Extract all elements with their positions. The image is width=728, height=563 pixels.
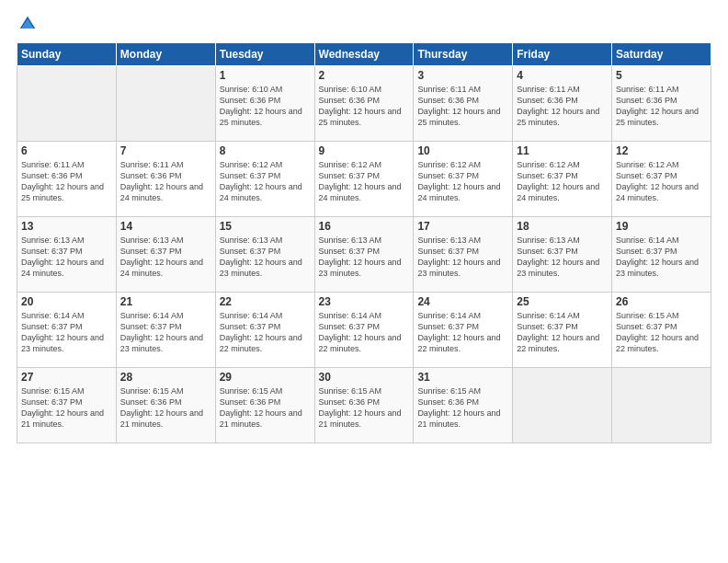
day-number: 15 <box>220 220 311 233</box>
weekday-header-tuesday: Tuesday <box>215 43 314 66</box>
cell-info: Sunrise: 6:13 AMSunset: 6:37 PMDaylight:… <box>120 235 211 280</box>
cell-info: Sunrise: 6:14 AMSunset: 6:37 PMDaylight:… <box>417 310 508 355</box>
weekday-header-thursday: Thursday <box>414 43 513 66</box>
cell-info: Sunrise: 6:15 AMSunset: 6:36 PMDaylight:… <box>417 385 508 431</box>
day-number: 30 <box>319 371 410 384</box>
cell-info: Sunrise: 6:13 AMSunset: 6:37 PMDaylight:… <box>319 235 410 280</box>
day-number: 22 <box>220 295 311 308</box>
cell-info: Sunrise: 6:12 AMSunset: 6:37 PMDaylight:… <box>417 159 508 204</box>
calendar-cell: 28Sunrise: 6:15 AMSunset: 6:36 PMDayligh… <box>116 368 215 443</box>
day-number: 18 <box>517 220 608 233</box>
calendar-cell: 18Sunrise: 6:13 AMSunset: 6:37 PMDayligh… <box>513 217 612 293</box>
calendar-cell: 27Sunrise: 6:15 AMSunset: 6:37 PMDayligh… <box>17 368 117 443</box>
cell-info: Sunrise: 6:13 AMSunset: 6:37 PMDaylight:… <box>517 235 608 280</box>
calendar-cell: 14Sunrise: 6:13 AMSunset: 6:37 PMDayligh… <box>116 217 215 293</box>
calendar-cell: 31Sunrise: 6:15 AMSunset: 6:36 PMDayligh… <box>414 368 513 443</box>
calendar-cell: 19Sunrise: 6:14 AMSunset: 6:37 PMDayligh… <box>612 217 711 293</box>
week-row-1: 1Sunrise: 6:10 AMSunset: 6:36 PMDaylight… <box>17 66 711 142</box>
day-number: 5 <box>616 69 707 82</box>
calendar-cell: 15Sunrise: 6:13 AMSunset: 6:37 PMDayligh… <box>215 217 314 293</box>
day-number: 17 <box>417 220 508 233</box>
calendar-cell <box>513 368 612 443</box>
cell-info: Sunrise: 6:12 AMSunset: 6:37 PMDaylight:… <box>220 159 311 204</box>
calendar-cell: 8Sunrise: 6:12 AMSunset: 6:37 PMDaylight… <box>215 142 314 217</box>
day-number: 1 <box>220 69 311 82</box>
calendar-table: SundayMondayTuesdayWednesdayThursdayFrid… <box>17 42 711 443</box>
calendar-body: 1Sunrise: 6:10 AMSunset: 6:36 PMDaylight… <box>17 66 711 443</box>
weekday-header-saturday: Saturday <box>612 43 711 66</box>
day-number: 23 <box>319 295 410 308</box>
calendar-cell: 2Sunrise: 6:10 AMSunset: 6:36 PMDaylight… <box>314 66 414 142</box>
day-number: 16 <box>319 220 410 233</box>
calendar-cell: 11Sunrise: 6:12 AMSunset: 6:37 PMDayligh… <box>513 142 612 217</box>
cell-info: Sunrise: 6:12 AMSunset: 6:37 PMDaylight:… <box>319 159 410 204</box>
weekday-header-wednesday: Wednesday <box>314 43 414 66</box>
calendar-cell <box>17 66 117 142</box>
cell-info: Sunrise: 6:11 AMSunset: 6:36 PMDaylight:… <box>616 84 707 129</box>
calendar-cell: 29Sunrise: 6:15 AMSunset: 6:36 PMDayligh… <box>215 368 314 443</box>
calendar-cell <box>612 368 711 443</box>
cell-info: Sunrise: 6:12 AMSunset: 6:37 PMDaylight:… <box>616 159 707 204</box>
cell-info: Sunrise: 6:13 AMSunset: 6:37 PMDaylight:… <box>21 235 112 280</box>
week-row-3: 13Sunrise: 6:13 AMSunset: 6:37 PMDayligh… <box>17 217 711 293</box>
cell-info: Sunrise: 6:15 AMSunset: 6:36 PMDaylight:… <box>220 385 311 431</box>
cell-info: Sunrise: 6:14 AMSunset: 6:37 PMDaylight:… <box>21 310 112 355</box>
day-number: 27 <box>21 371 112 384</box>
cell-info: Sunrise: 6:11 AMSunset: 6:36 PMDaylight:… <box>120 159 211 204</box>
cell-info: Sunrise: 6:13 AMSunset: 6:37 PMDaylight:… <box>220 235 311 280</box>
calendar-cell: 10Sunrise: 6:12 AMSunset: 6:37 PMDayligh… <box>414 142 513 217</box>
day-number: 20 <box>21 295 112 308</box>
page: SundayMondayTuesdayWednesdayThursdayFrid… <box>0 0 728 563</box>
calendar-cell: 9Sunrise: 6:12 AMSunset: 6:37 PMDaylight… <box>314 142 414 217</box>
cell-info: Sunrise: 6:15 AMSunset: 6:36 PMDaylight:… <box>120 385 211 431</box>
calendar-cell <box>116 66 215 142</box>
calendar-cell: 17Sunrise: 6:13 AMSunset: 6:37 PMDayligh… <box>414 217 513 293</box>
day-number: 2 <box>319 69 410 82</box>
day-number: 9 <box>319 144 410 157</box>
day-number: 6 <box>21 144 112 157</box>
cell-info: Sunrise: 6:11 AMSunset: 6:36 PMDaylight:… <box>417 84 508 129</box>
calendar-cell: 4Sunrise: 6:11 AMSunset: 6:36 PMDaylight… <box>513 66 612 142</box>
day-number: 8 <box>220 144 311 157</box>
cell-info: Sunrise: 6:14 AMSunset: 6:37 PMDaylight:… <box>319 310 410 355</box>
calendar-cell: 16Sunrise: 6:13 AMSunset: 6:37 PMDayligh… <box>314 217 414 293</box>
day-number: 25 <box>517 295 608 308</box>
cell-info: Sunrise: 6:15 AMSunset: 6:37 PMDaylight:… <box>21 385 112 431</box>
calendar-cell: 12Sunrise: 6:12 AMSunset: 6:37 PMDayligh… <box>612 142 711 217</box>
day-number: 4 <box>517 69 608 82</box>
calendar-cell: 1Sunrise: 6:10 AMSunset: 6:36 PMDaylight… <box>215 66 314 142</box>
logo-icon <box>18 15 37 33</box>
day-number: 31 <box>417 371 508 384</box>
calendar-cell: 7Sunrise: 6:11 AMSunset: 6:36 PMDaylight… <box>116 142 215 217</box>
cell-info: Sunrise: 6:14 AMSunset: 6:37 PMDaylight:… <box>220 310 311 355</box>
calendar-cell: 25Sunrise: 6:14 AMSunset: 6:37 PMDayligh… <box>513 293 612 368</box>
calendar-cell: 20Sunrise: 6:14 AMSunset: 6:37 PMDayligh… <box>17 293 117 368</box>
weekday-header-sunday: Sunday <box>17 43 117 66</box>
day-number: 28 <box>120 371 211 384</box>
day-number: 10 <box>417 144 508 157</box>
calendar-cell: 3Sunrise: 6:11 AMSunset: 6:36 PMDaylight… <box>414 66 513 142</box>
cell-info: Sunrise: 6:11 AMSunset: 6:36 PMDaylight:… <box>21 159 112 204</box>
day-number: 19 <box>616 220 707 233</box>
week-row-5: 27Sunrise: 6:15 AMSunset: 6:37 PMDayligh… <box>17 368 711 443</box>
day-number: 7 <box>120 144 211 157</box>
day-number: 24 <box>417 295 508 308</box>
cell-info: Sunrise: 6:10 AMSunset: 6:36 PMDaylight:… <box>220 84 311 129</box>
header <box>17 15 711 33</box>
cell-info: Sunrise: 6:15 AMSunset: 6:37 PMDaylight:… <box>616 310 707 355</box>
calendar-cell: 30Sunrise: 6:15 AMSunset: 6:36 PMDayligh… <box>314 368 414 443</box>
calendar-cell: 13Sunrise: 6:13 AMSunset: 6:37 PMDayligh… <box>17 217 117 293</box>
calendar-cell: 23Sunrise: 6:14 AMSunset: 6:37 PMDayligh… <box>314 293 414 368</box>
day-number: 3 <box>417 69 508 82</box>
cell-info: Sunrise: 6:13 AMSunset: 6:37 PMDaylight:… <box>417 235 508 280</box>
cell-info: Sunrise: 6:12 AMSunset: 6:37 PMDaylight:… <box>517 159 608 204</box>
cell-info: Sunrise: 6:14 AMSunset: 6:37 PMDaylight:… <box>517 310 608 355</box>
day-number: 12 <box>616 144 707 157</box>
day-number: 26 <box>616 295 707 308</box>
week-row-2: 6Sunrise: 6:11 AMSunset: 6:36 PMDaylight… <box>17 142 711 217</box>
weekday-header-friday: Friday <box>513 43 612 66</box>
logo-area <box>17 15 37 33</box>
cell-info: Sunrise: 6:14 AMSunset: 6:37 PMDaylight:… <box>616 235 707 280</box>
cell-info: Sunrise: 6:11 AMSunset: 6:36 PMDaylight:… <box>517 84 608 129</box>
cell-info: Sunrise: 6:15 AMSunset: 6:36 PMDaylight:… <box>319 385 410 431</box>
